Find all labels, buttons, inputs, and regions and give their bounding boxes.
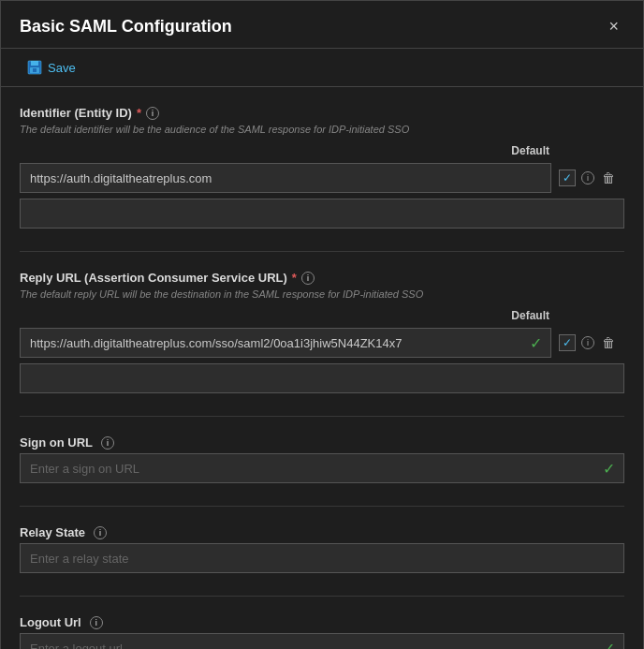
- identifier-default-checkbox-1[interactable]: ✓: [559, 170, 576, 186]
- reply-url-valid-icon: ✓: [530, 334, 542, 352]
- checkbox-check-icon-2: ✓: [563, 336, 572, 349]
- reply-url-info-btn-1[interactable]: i: [579, 334, 596, 351]
- identifier-required-star: *: [137, 106, 141, 120]
- info-circle-icon: i: [581, 171, 594, 184]
- trash-icon: 🗑: [602, 170, 615, 185]
- reply-url-default-label: Default: [20, 309, 624, 322]
- info-circle-icon-2: i: [581, 336, 594, 349]
- reply-url-input-1[interactable]: [20, 328, 551, 358]
- modal-title: Basic SAML Configuration: [20, 17, 232, 37]
- logout-url-section: Logout Url i ✓: [20, 615, 624, 649]
- relay-state-info-icon[interactable]: i: [94, 526, 107, 539]
- sign-on-url-section: Sign on URL i ✓: [20, 435, 624, 483]
- save-icon: [27, 60, 42, 75]
- relay-state-label: Relay State i: [20, 525, 624, 539]
- reply-url-description: The default reply URL will be the destin…: [20, 288, 624, 300]
- sign-on-url-input[interactable]: [20, 453, 624, 483]
- sign-on-url-input-row: ✓: [20, 453, 624, 483]
- identifier-default-label: Default: [20, 144, 624, 157]
- logout-url-input[interactable]: [20, 633, 624, 649]
- sign-on-url-valid-icon: ✓: [603, 460, 615, 478]
- reply-url-row-1: ✓ ✓ i 🗑: [20, 328, 624, 358]
- basic-saml-config-modal: Basic SAML Configuration × Save Identifi…: [0, 0, 644, 649]
- toolbar: Save: [1, 49, 643, 87]
- svg-rect-1: [31, 61, 38, 66]
- sign-on-url-info-icon[interactable]: i: [101, 436, 114, 450]
- divider-1: [20, 251, 624, 252]
- reply-url-required-star: *: [292, 271, 297, 285]
- identifier-delete-btn-1[interactable]: 🗑: [600, 169, 617, 187]
- divider-4: [20, 596, 624, 597]
- identifier-row-1: ✓ i 🗑: [20, 163, 624, 193]
- identifier-label: Identifier (Entity ID) * i: [20, 106, 624, 120]
- modal-header: Basic SAML Configuration ×: [1, 1, 643, 49]
- identifier-input-1[interactable]: [20, 163, 551, 193]
- trash-icon-2: 🗑: [602, 335, 615, 350]
- modal-content: Identifier (Entity ID) * i The default i…: [1, 87, 643, 649]
- identifier-section: Identifier (Entity ID) * i The default i…: [20, 106, 624, 229]
- svg-rect-3: [33, 68, 37, 72]
- reply-url-label: Reply URL (Assertion Consumer Service UR…: [20, 271, 624, 285]
- identifier-description: The default identifier will be the audie…: [20, 124, 624, 135]
- relay-state-input-row: [20, 543, 624, 573]
- close-button[interactable]: ×: [603, 16, 624, 37]
- reply-url-info-icon[interactable]: i: [301, 272, 315, 285]
- reply-url-delete-btn-1[interactable]: 🗑: [600, 333, 617, 352]
- identifier-row-2: [20, 199, 624, 229]
- logout-url-valid-icon: ✓: [603, 640, 615, 650]
- identifier-actions-1: ✓ i 🗑: [559, 169, 624, 187]
- relay-state-input[interactable]: [20, 543, 624, 573]
- identifier-info-icon[interactable]: i: [146, 107, 159, 120]
- identifier-info-btn-1[interactable]: i: [579, 170, 596, 186]
- divider-3: [20, 506, 624, 507]
- sign-on-url-label: Sign on URL i: [20, 435, 624, 450]
- reply-url-default-checkbox-1[interactable]: ✓: [559, 334, 576, 351]
- reply-url-section: Reply URL (Assertion Consumer Service UR…: [20, 271, 624, 393]
- save-button[interactable]: Save: [20, 56, 83, 79]
- reply-url-input-2[interactable]: [20, 363, 624, 393]
- identifier-input-2[interactable]: [20, 199, 624, 229]
- reply-url-row-2: [20, 363, 624, 393]
- logout-url-label: Logout Url i: [20, 615, 624, 629]
- save-label: Save: [48, 61, 76, 75]
- logout-url-input-row: ✓: [20, 633, 624, 649]
- checkbox-check-icon: ✓: [563, 171, 572, 184]
- relay-state-section: Relay State i: [20, 525, 624, 573]
- reply-url-actions-1: ✓ i 🗑: [559, 333, 624, 352]
- logout-url-info-icon[interactable]: i: [90, 616, 103, 629]
- divider-2: [20, 416, 624, 417]
